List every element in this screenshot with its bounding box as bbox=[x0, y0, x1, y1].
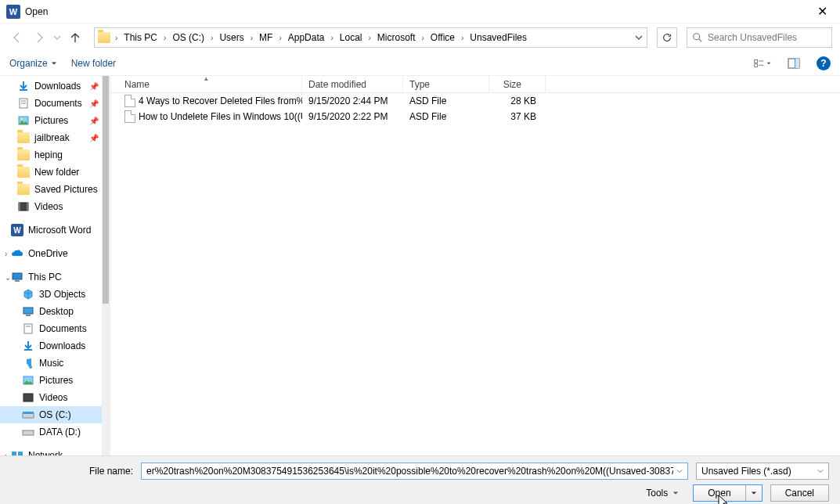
svg-rect-31 bbox=[18, 452, 23, 455]
file-type: ASD File bbox=[403, 111, 489, 122]
svg-rect-2 bbox=[755, 59, 758, 63]
toolbar: Organize New folder ? bbox=[0, 52, 840, 75]
sidebar-item-newfolder[interactable]: New folder bbox=[0, 164, 110, 181]
column-date[interactable]: Date modified bbox=[302, 76, 403, 92]
sidebar-item-onedrive[interactable]: ›OneDrive bbox=[0, 245, 110, 262]
svg-rect-17 bbox=[27, 203, 28, 211]
sidebar-item-documents2[interactable]: Documents bbox=[0, 320, 110, 337]
filetype-select[interactable]: Unsaved Files (*.asd) bbox=[696, 463, 829, 480]
sidebar-item-osc[interactable]: OS (C:) bbox=[0, 406, 110, 423]
documents-icon bbox=[22, 322, 34, 335]
sidebar-item-msword[interactable]: WMicrosoft Word bbox=[0, 221, 110, 239]
folder-icon bbox=[17, 149, 30, 160]
column-name[interactable]: Name▴ bbox=[110, 76, 302, 92]
sidebar-item-desktop[interactable]: Desktop bbox=[0, 303, 110, 320]
svg-rect-28 bbox=[23, 412, 34, 414]
crumb-osc[interactable]: OS (C:) bbox=[169, 28, 207, 47]
crumb-unsavedfiles[interactable]: UnsavedFiles bbox=[467, 28, 530, 47]
back-button[interactable] bbox=[8, 28, 27, 47]
downloads-icon bbox=[17, 80, 30, 92]
crumb-mf[interactable]: MF bbox=[256, 28, 276, 47]
folder-icon bbox=[17, 132, 30, 143]
open-button[interactable]: Open bbox=[693, 484, 762, 502]
search-input[interactable]: Search UnsavedFiles bbox=[687, 27, 832, 48]
crumb-microsoft[interactable]: Microsoft bbox=[374, 28, 419, 47]
column-size[interactable]: Size bbox=[489, 76, 546, 92]
sidebar-item-videos2[interactable]: Videos bbox=[0, 389, 110, 406]
sidebar-item-savedpictures[interactable]: Saved Pictures bbox=[0, 181, 110, 198]
svg-rect-3 bbox=[755, 64, 758, 67]
crumb-office[interactable]: Office bbox=[427, 28, 458, 47]
svg-line-1 bbox=[699, 39, 702, 42]
sidebar-item-pictures2[interactable]: Pictures bbox=[0, 372, 110, 389]
newfolder-button[interactable]: New folder bbox=[71, 58, 116, 69]
column-headers: Name▴ Date modified Type Size bbox=[110, 76, 840, 93]
path-dropdown[interactable] bbox=[631, 28, 647, 47]
sidebar-item-jailbreak[interactable]: jailbreak📌 bbox=[0, 129, 110, 146]
expand-icon[interactable]: › bbox=[5, 250, 14, 258]
crumb-appdata[interactable]: AppData bbox=[285, 28, 328, 47]
pin-icon: 📌 bbox=[89, 134, 99, 142]
pin-icon: 📌 bbox=[89, 82, 99, 91]
file-icon bbox=[124, 110, 135, 123]
forward-button[interactable] bbox=[30, 28, 49, 47]
column-type[interactable]: Type bbox=[403, 76, 489, 92]
chevron-down-icon bbox=[817, 466, 824, 477]
sidebar-item-music[interactable]: Music bbox=[0, 355, 110, 372]
svg-rect-22 bbox=[24, 324, 32, 333]
expand-icon[interactable]: › bbox=[5, 452, 14, 456]
refresh-button[interactable] bbox=[657, 27, 677, 48]
svg-rect-20 bbox=[23, 308, 33, 314]
sidebar-scrollbar[interactable] bbox=[102, 76, 110, 455]
sidebar-item-videos[interactable]: Videos bbox=[0, 198, 110, 215]
file-size: 37 KB bbox=[489, 111, 546, 122]
sidebar-item-3dobjects[interactable]: 3D Objects bbox=[0, 286, 110, 303]
open-dropdown[interactable] bbox=[745, 485, 762, 501]
cancel-button[interactable]: Cancel bbox=[770, 484, 829, 502]
sidebar-item-pictures[interactable]: Pictures📌 bbox=[0, 112, 110, 129]
svg-rect-19 bbox=[15, 280, 20, 282]
view-button[interactable] bbox=[754, 55, 771, 72]
crumb-thispc[interactable]: This PC bbox=[121, 28, 160, 47]
footer: File name: er%20trash%20on%20M3083754915… bbox=[0, 455, 840, 504]
recent-dropdown[interactable] bbox=[52, 28, 63, 47]
pictures-icon bbox=[22, 374, 34, 387]
file-name: How to Undelete Files in Windows 10((U..… bbox=[139, 111, 302, 122]
collapse-icon[interactable]: ⌄ bbox=[5, 273, 14, 282]
search-icon bbox=[692, 32, 703, 43]
downloads-icon bbox=[22, 340, 34, 352]
chevron-down-icon[interactable] bbox=[673, 466, 683, 477]
tools-button[interactable]: Tools bbox=[646, 488, 679, 499]
crumb-local[interactable]: Local bbox=[337, 28, 366, 47]
desktop-icon bbox=[22, 305, 34, 318]
sidebar-item-network[interactable]: ›Network bbox=[0, 447, 110, 455]
sidebar-item-thispc[interactable]: ⌄This PC bbox=[0, 268, 110, 286]
preview-pane-button[interactable] bbox=[785, 55, 802, 72]
organize-button[interactable]: Organize bbox=[9, 58, 57, 69]
sidebar-item-downloads2[interactable]: Downloads bbox=[0, 337, 110, 355]
sidebar-item-downloads[interactable]: Downloads📌 bbox=[0, 77, 110, 95]
word-app-icon bbox=[6, 5, 20, 19]
videos-icon bbox=[17, 200, 30, 213]
file-row[interactable]: How to Undelete Files in Windows 10((U..… bbox=[110, 109, 840, 124]
filename-input[interactable]: er%20trash%20on%20M308375491536253645\is… bbox=[141, 463, 688, 480]
crumb-users[interactable]: Users bbox=[216, 28, 247, 47]
svg-rect-29 bbox=[23, 430, 34, 435]
breadcrumb-path[interactable]: › This PC› OS (C:)› Users› MF› AppData› … bbox=[94, 27, 647, 48]
chevron-right-icon[interactable]: › bbox=[112, 34, 121, 42]
help-button[interactable]: ? bbox=[817, 56, 831, 70]
up-button[interactable] bbox=[66, 28, 85, 47]
pin-icon: 📌 bbox=[89, 99, 99, 108]
file-row[interactable]: 4 Ways to Recover Deleted Files from%2(.… bbox=[110, 93, 840, 109]
folder-icon bbox=[17, 184, 30, 195]
file-date: 9/15/2020 2:22 PM bbox=[302, 111, 403, 122]
sidebar-item-heping[interactable]: heping bbox=[0, 146, 110, 164]
file-size: 28 KB bbox=[489, 95, 546, 106]
file-type: ASD File bbox=[403, 95, 489, 106]
svg-point-0 bbox=[694, 34, 700, 40]
file-list-pane: Name▴ Date modified Type Size 4 Ways to … bbox=[110, 75, 840, 455]
folder-icon bbox=[98, 32, 110, 43]
sidebar-item-documents[interactable]: Documents📌 bbox=[0, 95, 110, 112]
sidebar-item-data[interactable]: DATA (D:) bbox=[0, 423, 110, 441]
close-button[interactable]: ✕ bbox=[805, 0, 840, 23]
